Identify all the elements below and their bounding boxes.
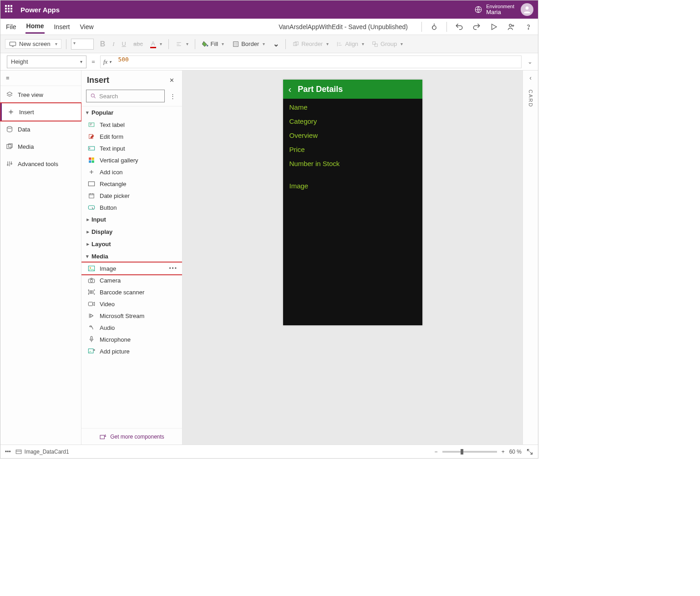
insert-item-camera[interactable]: Camera	[81, 274, 182, 286]
svg-point-16	[7, 164, 9, 166]
avatar[interactable]	[521, 3, 533, 16]
rail-item-data[interactable]: Data	[0, 121, 81, 138]
svg-point-13	[7, 126, 12, 128]
category-display[interactable]: ▾Display	[81, 226, 182, 238]
search-input[interactable]: Search	[86, 90, 165, 102]
border-button[interactable]: Border	[230, 40, 267, 48]
menu-home[interactable]: Home	[25, 20, 45, 34]
field-overview: Overview	[289, 131, 416, 139]
category-layout[interactable]: ▾Layout	[81, 238, 182, 250]
fx-label[interactable]: fx ▾	[100, 56, 114, 68]
import-icon	[99, 434, 107, 440]
field-stock: Number in Stock	[289, 160, 416, 167]
rectangle-icon	[88, 180, 95, 187]
insert-item-stream[interactable]: Microsoft Stream	[81, 310, 182, 322]
align-text-button[interactable]	[173, 40, 190, 48]
insert-item-button[interactable]: Button	[81, 202, 182, 213]
category-input[interactable]: ▾Input	[81, 213, 182, 226]
menubar: File Home Insert View VanArsdelAppWithEd…	[0, 19, 538, 35]
svg-rect-28	[88, 206, 94, 209]
left-rail: ≡ Tree view Insert Data Media Advanced t…	[0, 71, 81, 444]
help-icon[interactable]	[523, 22, 533, 32]
svg-rect-22	[89, 157, 91, 160]
search-icon	[90, 93, 96, 99]
media-icon	[6, 143, 13, 150]
insert-item-image[interactable]: Image•••	[81, 263, 182, 274]
underline-button[interactable]: U	[120, 40, 128, 48]
insert-item-text-label[interactable]: Text label	[81, 119, 182, 131]
formula-expand-icon[interactable]: ⌄	[522, 58, 538, 65]
svg-rect-24	[89, 161, 91, 163]
rail-item-advanced-tools[interactable]: Advanced tools	[0, 155, 81, 172]
insert-item-barcode[interactable]: Barcode scanner	[81, 286, 182, 298]
close-icon[interactable]: ✕	[167, 75, 177, 85]
canvas[interactable]: ‹ Part Details Name Category Overview Pr…	[283, 80, 422, 325]
strike-button[interactable]: abc	[132, 40, 145, 48]
gallery-icon	[88, 157, 95, 164]
property-dropdown[interactable]: Height ▾	[7, 56, 86, 68]
insert-item-microphone[interactable]: Microphone	[81, 333, 182, 345]
canvas-header: ‹ Part Details	[283, 80, 422, 99]
chevron-left-icon[interactable]: ‹	[529, 74, 532, 81]
status-more-icon[interactable]: •••	[5, 449, 11, 455]
svg-point-2	[432, 25, 436, 29]
item-more-icon[interactable]: •••	[169, 265, 178, 272]
font-size-dropdown[interactable]	[71, 39, 94, 50]
font-color-button[interactable]: A	[148, 39, 164, 49]
fit-screen-icon[interactable]	[526, 448, 533, 455]
get-more-components[interactable]: Get more components	[81, 428, 182, 444]
rail-item-media[interactable]: Media	[0, 138, 81, 155]
category-popular[interactable]: ▾Popular	[81, 106, 182, 119]
insert-item-text-input[interactable]: Text input	[81, 142, 182, 154]
plus-icon	[7, 108, 15, 116]
insert-item-audio[interactable]: Audio	[81, 322, 182, 333]
fill-button[interactable]: Fill	[200, 40, 226, 49]
insert-item-add-picture[interactable]: Add picture	[81, 345, 182, 357]
align-button[interactable]: Align	[334, 40, 366, 48]
undo-icon[interactable]	[454, 22, 464, 32]
right-pane-collapsed[interactable]: ‹ CARD	[522, 71, 538, 444]
svg-rect-19	[89, 123, 94, 126]
breadcrumb[interactable]: Image_DataCard1	[15, 449, 69, 455]
back-icon[interactable]: ‹	[289, 84, 292, 95]
insert-item-date-picker[interactable]: Date picker	[81, 190, 182, 202]
more-icon[interactable]: ⋮	[167, 91, 178, 101]
svg-rect-25	[92, 161, 94, 163]
insert-item-rectangle[interactable]: Rectangle	[81, 178, 182, 190]
insert-item-video[interactable]: Video	[81, 298, 182, 310]
rail-toggle-icon[interactable]: ≡	[0, 71, 81, 86]
rail-item-tree-view[interactable]: Tree view	[0, 86, 81, 103]
italic-button[interactable]: I	[111, 40, 116, 49]
zoom-slider[interactable]	[442, 451, 497, 453]
zoom-value: 60 %	[509, 449, 522, 455]
menu-file[interactable]: File	[5, 20, 17, 33]
svg-point-7	[207, 45, 208, 46]
insert-item-add-icon[interactable]: Add icon	[81, 166, 182, 178]
menu-insert[interactable]: Insert	[53, 20, 71, 33]
main-area: ≡ Tree view Insert Data Media Advanced t…	[0, 71, 538, 444]
reorder-button[interactable]: Reorder	[290, 40, 330, 48]
svg-rect-35	[91, 336, 92, 339]
ribbon: New screen B I U abc A Fill Border ⌄ Reo…	[0, 35, 538, 53]
new-screen-button[interactable]: New screen	[5, 39, 61, 49]
environment-picker[interactable]: Environment Maria	[474, 4, 514, 15]
formula-input[interactable]: 500	[114, 56, 522, 68]
insert-item-vertical-gallery[interactable]: Vertical gallery	[81, 154, 182, 166]
waffle-icon[interactable]	[5, 5, 14, 14]
app-checker-icon[interactable]	[429, 22, 439, 32]
menu-view[interactable]: View	[79, 20, 94, 33]
insert-item-edit-form[interactable]: Edit form	[81, 131, 182, 142]
play-icon[interactable]	[489, 22, 499, 32]
group-button[interactable]: Group	[370, 40, 405, 48]
field-category: Category	[289, 117, 416, 125]
bold-button[interactable]: B	[98, 39, 107, 49]
field-image: Image	[289, 182, 416, 190]
share-icon[interactable]	[506, 22, 516, 32]
rail-item-insert[interactable]: Insert	[0, 103, 81, 121]
redo-icon[interactable]	[472, 22, 482, 32]
chevron-down-icon[interactable]: ⌄	[271, 39, 281, 49]
card-icon	[15, 449, 22, 455]
zoom-in-button[interactable]: +	[502, 449, 505, 455]
category-media[interactable]: ▾Media	[81, 250, 182, 263]
zoom-out-button[interactable]: −	[435, 449, 438, 455]
